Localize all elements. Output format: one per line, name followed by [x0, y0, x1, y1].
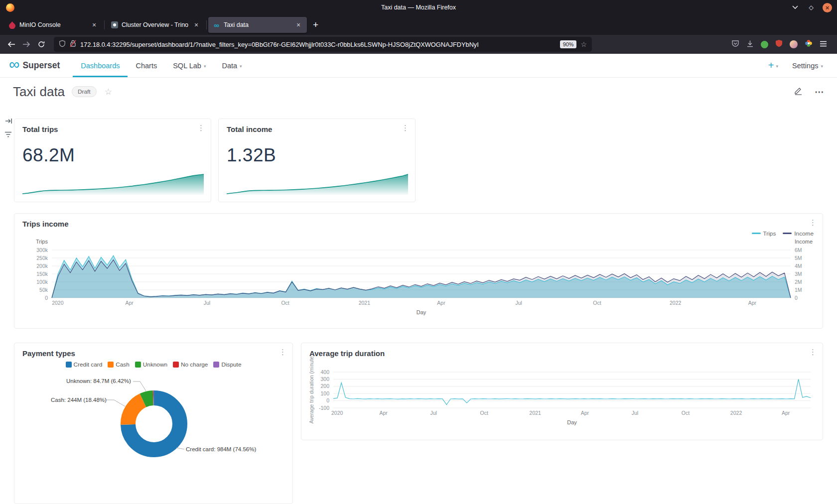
svg-text:200: 200 [320, 383, 329, 389]
reload-button[interactable] [34, 37, 49, 51]
url-text[interactable]: 172.18.0.4:32295/superset/dashboard/1/?n… [80, 41, 556, 48]
svg-text:Jul: Jul [430, 410, 436, 416]
chart-title: Trips income [22, 220, 69, 228]
profile-avatar[interactable] [790, 40, 798, 48]
page-title: Taxi data [13, 84, 65, 100]
svg-text:0: 0 [326, 397, 329, 403]
tab-minio-console[interactable]: MinIO Console × [4, 17, 103, 33]
svg-text:Apr: Apr [126, 300, 134, 306]
extension-green-icon[interactable] [761, 41, 768, 48]
svg-text:2020: 2020 [52, 300, 64, 306]
tab-separator [104, 20, 105, 29]
tab-close-icon[interactable]: × [192, 21, 200, 29]
legend-item-cash[interactable]: Cash [108, 361, 130, 368]
legend-item-credit-card[interactable]: Credit card [66, 361, 103, 368]
plus-label: + [768, 60, 774, 71]
trendline-sparkline [22, 172, 204, 195]
legend-label: Unknown [143, 361, 167, 368]
legend-label: Cash [116, 361, 130, 368]
superset-favicon-icon: ∞ [213, 21, 220, 29]
tab-title: MinIO Console [19, 21, 87, 28]
svg-text:150k: 150k [36, 271, 48, 277]
insecure-lock-icon[interactable] [70, 40, 76, 49]
chart-options-menu-icon[interactable]: ⋮ [809, 219, 817, 226]
url-bar[interactable]: 172.18.0.4:32295/superset/dashboard/1/?n… [54, 37, 592, 52]
chart-card-trips-income: 300k6M250k5M200k4M150k3M100k2M50k1M00Tri… [14, 213, 823, 329]
nav-data[interactable]: Data▾ [214, 54, 250, 77]
window-close-button[interactable]: × [823, 3, 832, 12]
pie-slice-label-credit-card: Credit card: 984M (74.56%) [186, 446, 256, 452]
svg-text:Apr: Apr [581, 410, 589, 416]
tab-title: Taxi data [224, 21, 291, 28]
extension-pinwheel-icon[interactable] [805, 39, 813, 49]
legend-label: Income [794, 230, 814, 237]
tab-taxi-data[interactable]: ∞ Taxi data × [208, 17, 307, 33]
svg-text:Jul: Jul [516, 300, 522, 306]
tab-close-icon[interactable]: × [294, 21, 302, 29]
tab-close-icon[interactable]: × [90, 21, 98, 29]
nav-dashboards[interactable]: Dashboards [73, 54, 128, 77]
trino-favicon-icon [111, 21, 118, 29]
settings-label: Settings [792, 62, 818, 70]
legend-item-income[interactable]: Income [783, 230, 814, 237]
legend-item-unknown[interactable]: Unknown [135, 361, 167, 368]
chart-legend: Credit card Cash Unknown No charge Dispu… [14, 361, 292, 368]
chart-options-menu-icon[interactable]: ⋮ [279, 348, 286, 356]
forward-button[interactable] [19, 37, 34, 51]
new-tab-button[interactable]: + [307, 19, 324, 30]
svg-text:100k: 100k [36, 279, 48, 285]
big-number-value: 68.2M [22, 145, 75, 166]
pocket-icon[interactable] [731, 39, 739, 49]
window-title: Taxi data — Mozilla Firefox [0, 4, 837, 11]
window-titlebar: Taxi data — Mozilla Firefox ◇ × [0, 0, 837, 15]
chart-options-menu-icon[interactable]: ⋮ [197, 124, 205, 131]
expand-filter-bar-icon[interactable] [5, 118, 12, 126]
legend-item-dispute[interactable]: Dispute [213, 361, 241, 368]
new-item-button[interactable]: +▾ [768, 60, 778, 71]
window-minimize-icon[interactable] [791, 3, 800, 12]
svg-text:Jul: Jul [204, 300, 210, 306]
window-maximize-icon[interactable]: ◇ [807, 3, 816, 12]
svg-text:2M: 2M [795, 279, 802, 285]
downloads-icon[interactable] [746, 40, 754, 49]
legend-item-no-charge[interactable]: No charge [173, 361, 208, 368]
svg-text:Oct: Oct [682, 410, 690, 416]
y-axis-label: Average trip duration (minute [308, 356, 314, 423]
dashboard-menu-icon[interactable]: ⋯ [815, 86, 824, 98]
legend-label: Credit card [74, 361, 103, 368]
chart-card-total-income: Total income ⋮ 1.32B [218, 119, 416, 202]
nav-charts[interactable]: Charts [128, 54, 165, 77]
svg-text:0: 0 [795, 295, 798, 301]
svg-text:50k: 50k [39, 287, 48, 293]
favorite-star-icon[interactable]: ☆ [105, 87, 112, 97]
back-button[interactable] [4, 37, 19, 51]
chart-title: Average trip duration [309, 349, 385, 358]
caret-down-icon: ▾ [204, 64, 206, 69]
ublock-shield-icon[interactable] [775, 39, 783, 49]
pie-slice-label-unknown: Unknown: 84.7M (6.42%) [66, 378, 131, 384]
svg-text:Apr: Apr [379, 410, 388, 416]
svg-text:Trips: Trips [36, 239, 48, 245]
svg-text:2020: 2020 [331, 410, 343, 416]
nav-sql-lab[interactable]: SQL Lab▾ [165, 54, 214, 77]
chart-card-average-trip-duration: 4003002001000-1002020AprJulOct2021AprJul… [301, 343, 823, 440]
tracking-protection-shield-icon[interactable] [59, 40, 66, 49]
svg-text:Oct: Oct [480, 410, 488, 416]
svg-text:Day: Day [567, 419, 577, 425]
superset-infinity-icon: ∞ [9, 57, 19, 72]
svg-text:Apr: Apr [748, 300, 757, 306]
chart-options-menu-icon[interactable]: ⋮ [809, 348, 817, 356]
settings-menu[interactable]: Settings▾ [792, 62, 823, 70]
filter-icon[interactable] [4, 130, 12, 139]
tab-trino-cluster[interactable]: Cluster Overview - Trino × [106, 17, 205, 33]
superset-logo[interactable]: ∞ Superset [9, 54, 60, 77]
legend-item-trips[interactable]: Trips [752, 230, 776, 237]
menu-hamburger-icon[interactable] [820, 40, 827, 49]
chart-options-menu-icon[interactable]: ⋮ [402, 124, 409, 131]
legend-label: Dispute [221, 361, 241, 368]
edit-dashboard-icon[interactable] [794, 87, 803, 97]
bookmark-star-icon[interactable]: ☆ [580, 40, 587, 48]
nav-sql-lab-label: SQL Lab [173, 62, 201, 70]
zoom-level-badge[interactable]: 90% [560, 40, 577, 48]
big-number-value: 1.32B [227, 145, 276, 166]
